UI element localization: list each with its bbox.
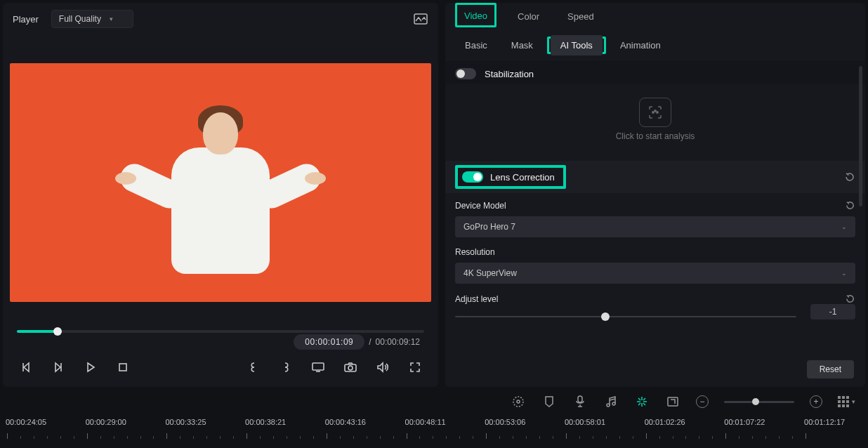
time-separator: / xyxy=(369,337,371,347)
main-tabs: Video Color Speed xyxy=(445,3,865,31)
quality-value: Full Quality xyxy=(59,14,101,24)
properties-panel: Video Color Speed Basic Mask AI Tools An… xyxy=(445,3,865,387)
timeline-ruler[interactable]: 00:00:24:0500:00:29:0000:00:33:2500:00:3… xyxy=(0,414,868,442)
svg-point-8 xyxy=(513,397,523,407)
ruler-time-label: 00:01:02:26 xyxy=(645,418,685,426)
grid-icon xyxy=(838,396,849,407)
tab-ai-tools[interactable]: AI Tools xyxy=(551,35,603,55)
svg-point-7 xyxy=(657,112,658,113)
adjust-level-label: Adjust level xyxy=(455,294,498,304)
lens-correction-label: Lens Correction xyxy=(490,172,555,183)
ruler-time-label: 00:00:29:00 xyxy=(86,418,126,426)
highlight-ai-tools: AI Tools xyxy=(547,37,606,54)
resolution-block: Resolution 4K SuperView ⌄ xyxy=(445,240,865,286)
tab-mask[interactable]: Mask xyxy=(501,35,543,55)
tab-color[interactable]: Color xyxy=(511,3,546,29)
device-reset-icon[interactable] xyxy=(845,200,855,211)
snapshot-icon[interactable] xyxy=(413,11,428,27)
adjust-level-value[interactable]: -1 xyxy=(810,304,855,319)
fullscreen-icon[interactable] xyxy=(407,360,423,375)
svg-rect-1 xyxy=(119,364,126,371)
analysis-placeholder[interactable]: Click to start analysis xyxy=(445,84,865,161)
zoom-slider[interactable] xyxy=(724,401,794,403)
zoom-handle[interactable] xyxy=(752,398,759,405)
resolution-select[interactable]: 4K SuperView ⌄ xyxy=(455,263,855,284)
device-model-block: Device Model GoPro Hero 7 ⌄ xyxy=(445,193,865,240)
stabilization-label: Stabilization xyxy=(485,69,534,79)
chevron-down-icon: ⌄ xyxy=(841,270,847,277)
stop-button[interactable] xyxy=(115,360,131,375)
analysis-icon xyxy=(639,98,671,127)
stabilization-toggle[interactable] xyxy=(455,68,476,79)
tab-animation[interactable]: Animation xyxy=(610,35,671,55)
highlight-lens-correction: Lens Correction xyxy=(455,165,566,189)
video-preview[interactable] xyxy=(10,63,431,302)
player-label: Player xyxy=(13,14,39,25)
svg-point-6 xyxy=(655,110,656,112)
next-frame-button[interactable] xyxy=(51,360,66,375)
reset-button[interactable]: Reset xyxy=(807,360,854,378)
stabilization-row: Stabilization xyxy=(445,61,865,84)
svg-point-4 xyxy=(348,366,353,370)
adjust-level-slider[interactable] xyxy=(455,316,796,317)
device-model-label: Device Model xyxy=(455,201,506,211)
adjust-level-block: Adjust level -1 xyxy=(445,286,865,322)
zoom-in-button[interactable]: + xyxy=(810,395,822,408)
render-icon[interactable] xyxy=(634,394,650,409)
music-icon[interactable] xyxy=(603,394,619,409)
play-button[interactable] xyxy=(83,360,98,375)
chevron-down-icon: ▾ xyxy=(852,398,855,405)
layout-dropdown[interactable]: ▾ xyxy=(838,396,855,407)
tab-speed[interactable]: Speed xyxy=(560,3,601,29)
device-model-select[interactable]: GoPro Hero 7 ⌄ xyxy=(455,216,855,237)
svg-point-12 xyxy=(612,402,615,405)
ruler-time-label: 00:00:33:25 xyxy=(165,418,206,426)
chevron-down-icon: ⌄ xyxy=(841,223,847,230)
tab-video[interactable]: Video xyxy=(464,11,487,21)
device-model-value: GoPro Hero 7 xyxy=(463,222,515,232)
mark-in-icon[interactable] xyxy=(246,360,261,375)
camera-icon[interactable] xyxy=(343,360,358,375)
progress-handle[interactable] xyxy=(53,327,62,336)
ruler-time-label: 00:00:53:06 xyxy=(485,418,525,426)
display-icon[interactable] xyxy=(310,360,326,375)
crop-icon[interactable] xyxy=(665,394,680,409)
ruler-time-label: 00:00:58:01 xyxy=(565,418,605,426)
ruler-time-label: 00:01:07:22 xyxy=(724,418,765,426)
mark-out-icon[interactable] xyxy=(278,360,294,375)
resolution-label: Resolution xyxy=(455,247,495,257)
adjust-reset-icon[interactable] xyxy=(845,294,855,304)
marker-icon[interactable] xyxy=(541,394,557,409)
color-wheel-icon[interactable] xyxy=(511,394,526,409)
svg-point-5 xyxy=(652,112,654,113)
svg-rect-10 xyxy=(578,396,582,402)
tab-basic[interactable]: Basic xyxy=(455,35,497,55)
timeline-toolbar: − + ▾ xyxy=(0,390,868,414)
chevron-down-icon: ▾ xyxy=(110,15,113,22)
highlight-video-tab: Video xyxy=(455,3,497,27)
player-panel: Player Full Quality ▾ 00:00:01:09 xyxy=(3,3,438,387)
svg-point-9 xyxy=(517,400,520,403)
svg-rect-2 xyxy=(313,363,324,370)
lens-reset-icon[interactable] xyxy=(844,171,855,183)
lens-correction-row: Lens Correction xyxy=(445,161,865,193)
volume-icon[interactable] xyxy=(375,360,390,375)
prev-frame-button[interactable] xyxy=(18,360,34,375)
lens-correction-toggle[interactable] xyxy=(462,171,483,183)
player-progress[interactable] xyxy=(17,330,424,333)
ruler-time-label: 00:00:38:21 xyxy=(245,418,286,426)
zoom-out-button[interactable]: − xyxy=(696,395,709,408)
microphone-icon[interactable] xyxy=(572,394,588,409)
current-time: 00:00:01:09 xyxy=(294,334,364,350)
quality-dropdown[interactable]: Full Quality ▾ xyxy=(51,10,133,28)
preview-figure xyxy=(122,105,319,302)
slider-handle[interactable] xyxy=(601,312,610,321)
total-time: 00:00:09:12 xyxy=(376,337,420,347)
sub-tabs: Basic Mask AI Tools Animation xyxy=(445,31,865,61)
ruler-time-label: 00:00:43:16 xyxy=(325,418,366,426)
svg-point-11 xyxy=(607,404,610,407)
ruler-time-label: 00:00:48:11 xyxy=(405,418,446,426)
panel-scrollbar[interactable] xyxy=(859,66,862,354)
svg-rect-13 xyxy=(668,397,678,406)
ruler-time-label: 00:00:24:05 xyxy=(6,418,46,426)
